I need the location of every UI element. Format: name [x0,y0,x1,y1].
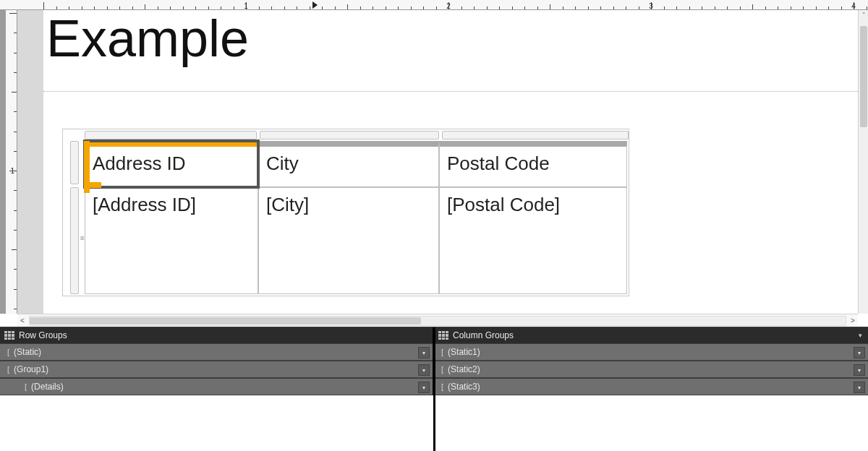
header-cell-city[interactable]: City [258,141,439,187]
tablix-header-row[interactable]: Address ID City Postal Code [85,141,629,187]
data-cell-postal-code[interactable]: [Postal Code] [439,187,627,294]
data-cell-address-id[interactable]: [Address ID] [85,187,258,294]
chevron-down-icon[interactable]: ▾ [859,332,862,339]
column-group-item[interactable]: [ (Static1) ▾ [434,343,868,361]
row-group-name: (Static) [14,347,41,357]
row-group-item[interactable]: [ (Details) ▾ [0,378,433,395]
column-group-name: (Static1) [448,347,480,357]
report-body-margin [17,10,43,314]
row-groups-label: Row Groups [19,330,67,340]
row-groups-header: Row Groups [0,327,434,343]
group-dropdown-button[interactable]: ▾ [854,364,865,376]
table-icon [4,331,14,340]
ruler-h-label: 3 [649,2,653,10]
tablix-row-handles[interactable]: ≡ [63,141,85,296]
bracket-icon: [ [7,365,9,374]
column-handle[interactable] [85,131,257,139]
group-dropdown-button[interactable]: ▾ [854,347,865,358]
ruler-h-label: 4 [851,2,856,10]
tablix-detail-row[interactable]: [Address ID] [City] [Postal Code] [85,187,629,294]
column-group-name: (Static2) [448,364,480,374]
vertical-ruler[interactable]: 1 [0,10,17,314]
report-title-textbox[interactable]: Example [46,9,249,68]
design-canvas[interactable]: Example ≡ Address ID City Postal Code [17,10,858,314]
column-group-item[interactable]: [ (Static2) ▾ [434,361,868,378]
column-groups-list[interactable]: [ (Static1) ▾ [ (Static2) ▾ [ (Static3) … [434,343,868,395]
ruler-h-label: 2 [446,2,451,10]
ruler-current-marker-icon [312,1,318,9]
column-group-item[interactable]: [ (Static3) ▾ [434,378,868,395]
section-divider [43,91,858,92]
header-cell-postal-code[interactable]: Postal Code [439,141,627,187]
grouping-pane[interactable]: Row Groups Column Groups ▾ [ (Static) ▾ … [0,327,868,451]
bracket-icon: [ [441,382,443,391]
tablix-column-handles[interactable] [85,129,629,141]
column-handle[interactable] [442,131,629,139]
scroll-thumb[interactable] [860,26,867,127]
groups-splitter[interactable] [433,327,435,451]
tablix[interactable]: ≡ Address ID City Postal Code [Address I… [62,129,629,296]
column-handle[interactable] [260,131,439,139]
scroll-track[interactable] [29,316,846,326]
header-cell-address-id[interactable]: Address ID [85,141,258,187]
column-groups-label: Column Groups [453,330,514,340]
data-cell-city[interactable]: [City] [258,187,439,294]
column-groups-header: Column Groups ▾ [434,327,868,343]
scroll-thumb[interactable] [30,317,421,325]
row-group-name: (Details) [31,382,64,392]
report-body[interactable]: Example ≡ Address ID City Postal Code [43,13,858,309]
column-group-name: (Static3) [448,382,480,392]
row-handle[interactable] [70,141,79,184]
row-group-item[interactable]: [ (Static) ▾ [0,343,433,361]
table-icon [438,331,448,340]
vertical-scrollbar[interactable]: ˄ [858,10,868,314]
scroll-up-icon[interactable]: ˄ [859,10,868,20]
bracket-icon: [ [7,348,9,356]
scroll-right-icon[interactable]: > [848,316,858,326]
scroll-left-icon[interactable]: < [17,316,27,326]
group-dropdown-button[interactable]: ▾ [418,364,430,376]
row-group-item[interactable]: [ (Group1) ▾ [0,361,433,378]
row-handle[interactable]: ≡ [70,187,79,294]
bracket-icon: [ [441,365,443,374]
row-groups-list[interactable]: [ (Static) ▾ [ (Group1) ▾ [ (Details) ▾ [0,343,434,395]
detail-row-indicator-icon: ≡ [80,234,84,242]
group-dropdown-button[interactable]: ▾ [418,347,430,358]
horizontal-scrollbar[interactable]: < > [17,314,858,327]
group-dropdown-button[interactable]: ▾ [418,382,430,393]
bracket-icon: [ [441,348,443,356]
bracket-icon: [ [25,382,27,391]
group-dropdown-button[interactable]: ▾ [854,382,865,393]
row-group-name: (Group1) [14,364,48,374]
